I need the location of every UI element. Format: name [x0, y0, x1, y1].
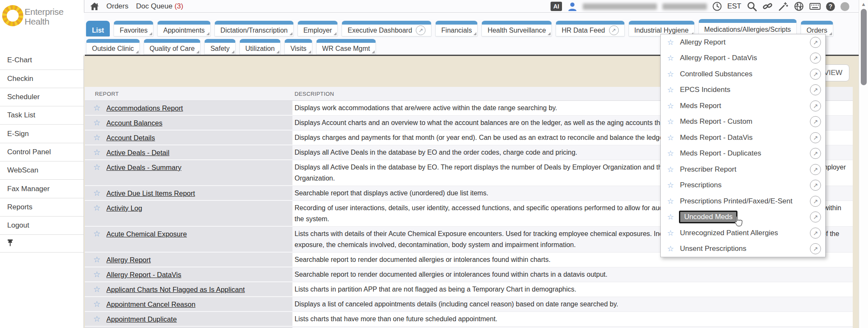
favorite-star-icon[interactable]: ☆	[667, 181, 674, 190]
menu-item-meds-report-duplicates[interactable]: ☆Meds Report - Duplicates↗	[661, 146, 825, 162]
clock-icon[interactable]	[712, 2, 722, 11]
menu-item-meds-report-datavis[interactable]: ☆Meds Report - DataVis↗	[661, 130, 825, 146]
menu-item-prescriptions[interactable]: ☆Prescriptions↗	[661, 178, 825, 194]
favorite-star-icon[interactable]: ☆	[667, 38, 674, 47]
open-in-new-window-icon[interactable]: ↗	[810, 164, 821, 175]
sidebar-item-fax-manager[interactable]: Fax Manager	[0, 180, 83, 198]
tab-utilization[interactable]: Utilization	[239, 39, 281, 55]
favorite-star-icon[interactable]: ☆	[667, 85, 674, 95]
menu-item-uncoded-meds[interactable]: ☆Uncoded Meds↗	[661, 209, 825, 225]
home-icon[interactable]	[90, 3, 99, 10]
open-in-new-window-icon[interactable]: ↗	[810, 243, 821, 254]
tab-wr-case-mgmt[interactable]: WR Case Mgmt	[316, 39, 376, 55]
open-in-new-window-icon[interactable]: ↗	[810, 37, 821, 48]
favorite-star-icon[interactable]: ☆	[667, 212, 674, 222]
tab-health-surveillance[interactable]: Health Surveillance	[481, 21, 552, 36]
tab-dictation-transcription[interactable]: Dictation/Transcription	[214, 21, 294, 36]
menu-item-allergy-report-datavis[interactable]: ☆Allergy Report - DataVis↗	[661, 50, 825, 67]
sidebar-item-reports[interactable]: Reports	[0, 198, 83, 217]
wand-icon[interactable]	[778, 1, 788, 11]
favorite-star-icon[interactable]: ☆	[93, 269, 100, 280]
sidebar-pin-toggle[interactable]	[0, 235, 83, 253]
tab-visits[interactable]: Visits	[284, 39, 312, 55]
favorite-star-icon[interactable]: ☆	[667, 165, 674, 174]
favorite-star-icon[interactable]: ☆	[93, 314, 100, 325]
menu-item-allergy-report[interactable]: ☆Allergy Report↗	[661, 34, 825, 50]
tab-employer[interactable]: Employer	[298, 21, 338, 36]
favorite-star-icon[interactable]: ☆	[93, 132, 100, 143]
ai-badge[interactable]: AI	[551, 2, 562, 11]
tab-executive-dashboard[interactable]: Executive Dashboard↗	[342, 21, 431, 36]
favorite-star-icon[interactable]: ☆	[93, 254, 100, 265]
report-link-accommodations-report[interactable]: Accommodations Report	[106, 103, 183, 114]
open-in-new-window-icon[interactable]: ↗	[810, 53, 821, 64]
favorite-star-icon[interactable]: ☆	[93, 188, 100, 199]
sidebar-item-control-panel[interactable]: Control Panel	[0, 143, 83, 161]
report-link-allergy-report-datavis[interactable]: Allergy Report - DataVis	[106, 269, 181, 280]
favorite-star-icon[interactable]: ☆	[667, 197, 674, 206]
menu-item-prescriptions-printed-faxed-e-sent[interactable]: ☆Prescriptions Printed/Faxed/E-Sent↗	[661, 193, 825, 209]
open-in-new-window-icon[interactable]: ↗	[810, 211, 821, 222]
open-in-new-window-icon[interactable]: ↗	[810, 69, 821, 80]
menu-item-controlled-substances[interactable]: ☆Controlled Substances↗	[661, 66, 825, 82]
report-link-account-balances[interactable]: Account Balances	[106, 117, 162, 128]
menu-item-prescriber-report[interactable]: ☆Prescriber Report↗	[661, 161, 825, 178]
menu-item-unrecognized-patient-allergies[interactable]: ☆Unrecognized Patient Allergies↗	[661, 225, 825, 241]
favorite-star-icon[interactable]: ☆	[667, 53, 674, 63]
favorite-star-icon[interactable]: ☆	[93, 284, 100, 295]
open-in-new-window-icon[interactable]: ↗	[810, 116, 821, 127]
tab-financials[interactable]: Financials	[435, 21, 478, 36]
breadcrumb-doc-queue[interactable]: Doc Queue (3)	[136, 2, 184, 11]
vertical-scrollbar[interactable]: ▲	[859, 0, 868, 328]
favorite-star-icon[interactable]: ☆	[93, 162, 100, 173]
favorite-star-icon[interactable]: ☆	[667, 149, 674, 158]
favorite-star-icon[interactable]: ☆	[93, 117, 100, 128]
favorite-star-icon[interactable]: ☆	[667, 244, 674, 253]
search-icon[interactable]	[747, 1, 757, 11]
report-link-active-deals-summary[interactable]: Active Deals - Summary	[106, 162, 181, 173]
open-in-new-window-icon[interactable]: ↗	[810, 196, 821, 207]
open-in-new-window-icon[interactable]: ↗	[810, 84, 821, 95]
scroll-up-arrow[interactable]: ▲	[859, 1, 868, 7]
sidebar-item-scheduler[interactable]: Scheduler	[0, 88, 83, 106]
avatar[interactable]	[840, 2, 849, 11]
menu-item-meds-report[interactable]: ☆Meds Report↗	[661, 98, 825, 114]
tab-outside-clinic[interactable]: Outside Clinic	[86, 39, 140, 55]
report-link-active-deals-detail[interactable]: Active Deals - Detail	[106, 147, 170, 158]
favorite-star-icon[interactable]: ☆	[667, 69, 674, 79]
report-link-acute-chemical-exposure[interactable]: Acute Chemical Exposure	[106, 228, 187, 239]
report-link-activity-log[interactable]: Activity Log	[106, 203, 142, 214]
favorite-star-icon[interactable]: ☆	[667, 133, 674, 142]
report-link-allergy-report[interactable]: Allergy Report	[106, 254, 151, 265]
tab-list[interactable]: List	[86, 21, 110, 36]
report-link-applicant-charts-not-flagged-as-is-applicant[interactable]: Applicant Charts Not Flagged as Is Appli…	[106, 284, 245, 295]
link-icon[interactable]	[762, 1, 773, 11]
open-in-new-window-icon[interactable]: ↗	[810, 132, 821, 143]
menu-item-unsent-prescriptions[interactable]: ☆Unsent Prescriptions↗	[661, 241, 825, 257]
favorite-star-icon[interactable]: ☆	[93, 103, 100, 114]
report-link-active-due-list-items-report[interactable]: Active Due List Items Report	[106, 188, 195, 199]
breadcrumb-orders[interactable]: Orders	[106, 2, 128, 11]
open-in-new-window-icon[interactable]: ↗	[810, 148, 821, 159]
tab-appointments[interactable]: Appointments	[157, 21, 211, 36]
favorite-star-icon[interactable]: ☆	[667, 228, 674, 238]
open-in-new-window-icon[interactable]: ↗	[810, 180, 821, 191]
sidebar-item-webscan[interactable]: WebScan	[0, 161, 83, 180]
favorite-star-icon[interactable]: ☆	[667, 117, 674, 126]
sidebar-item-e-sign[interactable]: E-Sign	[0, 125, 83, 143]
report-link-appointment-duplicate[interactable]: Appointment Duplicate	[106, 314, 177, 325]
tab-favorites[interactable]: Favorites	[114, 21, 153, 36]
report-link-appointment-cancel-reason[interactable]: Appointment Cancel Reason	[106, 299, 195, 310]
keyboard-icon[interactable]	[810, 2, 821, 11]
favorite-star-icon[interactable]: ☆	[667, 101, 674, 111]
open-in-new-window-icon[interactable]: ↗	[810, 100, 821, 111]
favorite-star-icon[interactable]: ☆	[93, 203, 100, 214]
user-icon[interactable]	[568, 2, 577, 11]
sidebar-item-logout[interactable]: Logout	[0, 217, 83, 235]
favorite-star-icon[interactable]: ☆	[93, 147, 100, 158]
scrollbar-thumb[interactable]	[861, 9, 867, 85]
tab-quality-of-care[interactable]: Quality of Care	[144, 39, 201, 55]
menu-item-meds-report-custom[interactable]: ☆Meds Report - Custom↗	[661, 114, 825, 130]
report-link-account-details[interactable]: Account Details	[106, 132, 155, 143]
menu-item-epcs-incidents[interactable]: ☆EPCS Incidents↗	[661, 82, 825, 98]
